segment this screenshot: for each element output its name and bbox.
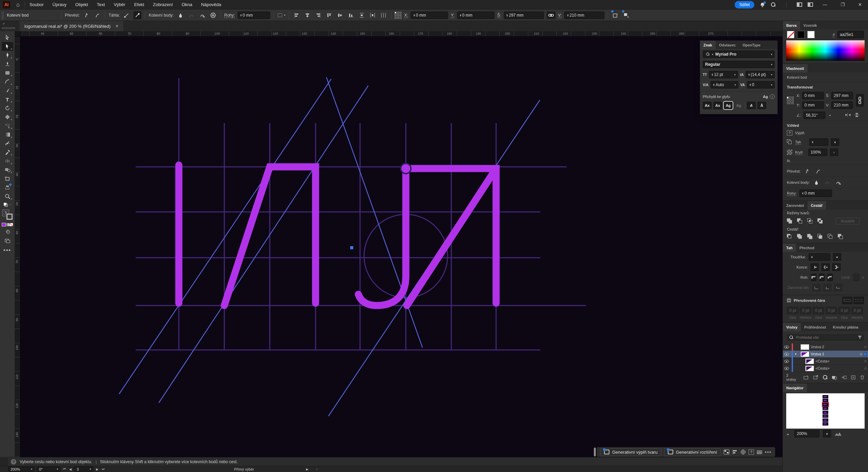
fill-swatch-unknown[interactable]: ? [787,130,792,136]
close-tab-icon[interactable]: ✕ [115,24,119,28]
tab-tah[interactable]: Tah [783,243,796,252]
gap-3-input[interactable]: 0 pt [851,307,863,314]
tab-znak[interactable]: Znak [700,41,716,49]
tab-pruhlednost[interactable]: Průhlednost [801,323,829,331]
layer-row-cesta2[interactable]: <Cesta> ○ [783,365,868,372]
opacity-input[interactable]: 100% [808,149,827,156]
status-options-icon[interactable]: ▶ [305,468,309,471]
gradient-tool-button[interactable] [2,130,13,139]
stroke-proxy[interactable] [6,214,13,220]
fx-button[interactable]: fx. [787,159,791,163]
snap-glyph-bounds-button[interactable]: Ag [724,102,733,109]
divide-button[interactable]: Rozdělit [836,218,860,224]
menu-upravy[interactable]: Úpravy [53,2,67,7]
notifications-bell-icon[interactable] [760,2,765,7]
tab-vzornik[interactable]: Vzorník [800,21,820,29]
info-icon[interactable]: i [770,94,775,99]
weight-input[interactable]: ▲▼ [809,253,830,261]
layer-name[interactable]: Vrstva 2 [811,345,824,349]
dashed-line-label[interactable]: Přerušovaná čára [794,298,825,302]
canvas-area[interactable]: 4050607080901001101201301401501601701801… [15,31,782,457]
pf-minus-back-icon[interactable] [838,234,843,239]
last-artboard-icon[interactable]: ⏭ [101,467,105,471]
unite-icon[interactable] [787,218,792,224]
align-icon[interactable] [732,449,738,455]
generative-recolor-icon[interactable] [611,11,620,19]
drawing-mode-button[interactable] [2,227,13,236]
link-dimensions-icon[interactable] [547,12,555,19]
layer-row-vrstva2[interactable]: Vrstva 2 ○ [783,343,868,351]
previous-artboard-icon[interactable]: ◀ [69,468,72,471]
tab-cestar[interactable]: Cestář [808,201,826,210]
sphere-icon[interactable] [740,449,746,455]
navigator-artboard-thumb[interactable] [823,411,828,414]
weight-dropdown[interactable]: ▾ [833,253,841,261]
y-input[interactable]: 0 mm [802,101,824,109]
intersect-icon[interactable] [807,218,813,224]
stroke-swatch-icon[interactable] [787,139,792,145]
direct-selection-tool-button[interactable] [2,42,13,51]
tab-zarovnani[interactable]: Zarovnání [783,201,808,210]
panel-grip[interactable] [1,11,4,19]
menu-napoveda[interactable]: Nápověda [201,2,221,7]
angle-input[interactable]: 56,31° [804,112,825,119]
menu-soubor[interactable]: Soubor [30,2,44,7]
convert-to-corner-icon[interactable] [82,11,91,19]
none-button[interactable] [10,223,13,226]
zoom-tool-button[interactable] [2,192,13,201]
anchor-handle-square[interactable] [350,246,353,249]
pf-outline-icon[interactable] [828,234,833,239]
layer-thumbnail[interactable] [800,351,809,357]
tab-vrstvy[interactable]: Vrstvy [783,323,801,331]
restore-button[interactable]: ❐ [836,2,849,7]
menu-okna[interactable]: Okna [182,2,192,7]
align-inside-stroke-icon[interactable] [823,284,831,291]
more-tools-button[interactable]: ••• [2,246,13,255]
navigator-preview[interactable] [786,393,865,429]
tab-barva[interactable]: Barva [783,21,800,29]
font-size-input[interactable]: ▲▼12 pt▾ [709,71,738,78]
target-circle-icon[interactable]: ○ [864,359,867,363]
menu-vyber[interactable]: Výběr [114,2,125,7]
arc-tool-button[interactable] [2,77,13,86]
generative-expand-button[interactable]: Generativní rozšíření [664,448,721,456]
corners-input[interactable]: ▲▼0 mm [238,12,270,19]
tab-opentype[interactable]: OpenType [739,41,764,49]
layer-name[interactable]: <Cesta> [815,366,830,370]
search-icon[interactable] [771,2,776,7]
kerning-input[interactable]: ▲▼Auto▾ [711,81,738,88]
target-circle-icon[interactable]: ○ [860,352,862,356]
navigator-artboard-thumb[interactable] [823,422,828,426]
double-chevron-icon[interactable]: » [3,22,5,25]
preserve-dash-icon[interactable] [842,297,852,304]
menu-objekt[interactable]: Objekt [75,2,88,7]
rotation-select[interactable]: 0°▾ [37,467,60,472]
stroke-weight-dropdown[interactable]: ▾ [831,138,839,146]
menu-icon[interactable] [757,450,762,454]
first-artboard-icon[interactable]: ⏮ [62,467,67,471]
tab-vlastnosti[interactable]: Vlastnosti [783,64,808,73]
type-tool-button[interactable]: T [2,95,13,104]
h-input[interactable]: 210 mm [831,101,853,109]
share-button[interactable]: Sdílet [735,1,755,8]
connect-anchor-icon[interactable] [187,11,195,19]
menu-text[interactable]: Text [97,2,105,7]
zoom-in-mountains-icon[interactable] [834,431,842,436]
link-dimensions-icon[interactable] [856,94,864,107]
flip-vertical-icon[interactable] [854,113,860,118]
delete-layer-icon[interactable] [860,375,865,380]
tab-odstavec[interactable]: Odstavec [716,41,739,49]
rotate-tool-button[interactable] [2,104,13,113]
locate-object-icon[interactable] [823,375,828,380]
ruler-horizontal[interactable]: 4050607080901001101201301401501601701801… [15,31,782,37]
pf-divide-icon[interactable] [787,234,792,239]
dimension-tool-button[interactable] [2,183,13,192]
tracking-input[interactable]: ▲▼0▾ [747,81,775,88]
layers-search-input[interactable]: Prohledat vše [786,333,865,341]
opacity-options-button[interactable]: › [830,149,838,156]
minus-front-icon[interactable] [797,218,803,224]
black-swatch[interactable] [797,31,805,38]
swap-fill-stroke-icon[interactable] [3,202,12,207]
convert-to-smooth-icon[interactable] [93,11,101,19]
zoom-out-mountains-icon[interactable] [786,432,791,435]
